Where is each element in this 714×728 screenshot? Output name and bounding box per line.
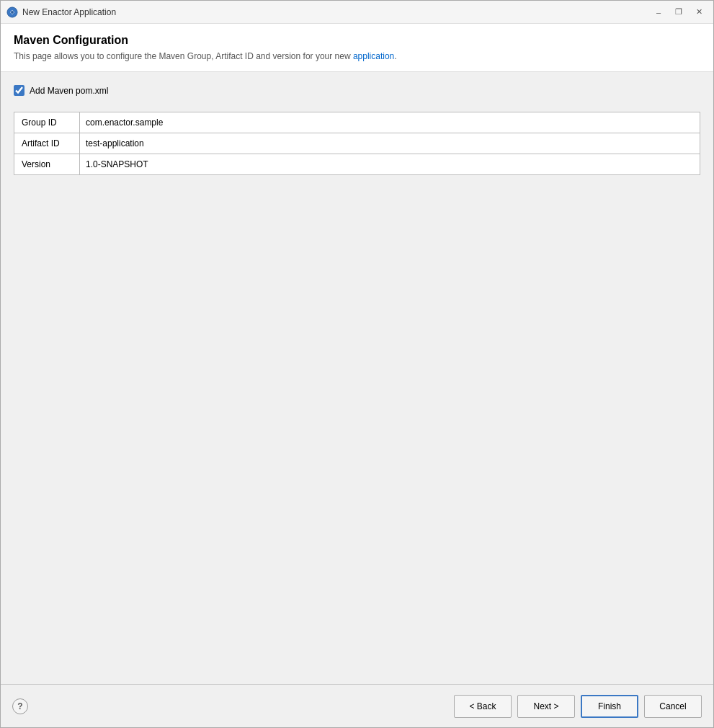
help-button[interactable]: ? [12,698,28,714]
description-link[interactable]: application [353,51,394,61]
content-area: Maven Configuration This page allows you… [1,24,713,684]
description-text-part1: This page allows you to configure the Ma… [14,51,353,61]
footer-buttons: < Back Next > Finish Cancel [454,695,702,718]
window-title: New Enactor Application [22,7,650,17]
close-button[interactable]: ✕ [690,5,708,19]
add-maven-checkbox[interactable] [14,85,24,96]
artifact-id-row: Artifact ID [14,133,700,154]
artifact-id-label: Artifact ID [14,134,79,153]
page-title: Maven Configuration [14,34,700,47]
add-maven-row: Add Maven pom.xml [14,85,700,96]
enactor-icon [6,6,18,18]
description-text-part2: . [394,51,396,61]
version-row: Version [14,154,700,175]
page-body: Add Maven pom.xml Group ID Artifact ID V… [1,72,713,684]
restore-button[interactable]: ❐ [670,5,687,19]
version-input[interactable] [79,154,700,174]
title-bar: New Enactor Application – ❐ ✕ [1,1,713,24]
back-button[interactable]: < Back [454,695,512,718]
group-id-row: Group ID [14,112,700,133]
page-header: Maven Configuration This page allows you… [1,24,713,72]
maven-form: Group ID Artifact ID Version [14,112,700,175]
artifact-id-input[interactable] [79,133,700,154]
next-button[interactable]: Next > [517,695,575,718]
svg-point-1 [11,11,14,14]
minimize-button[interactable]: – [650,5,667,19]
group-id-input[interactable] [79,112,700,133]
help-section: ? [12,698,454,714]
page-description: This page allows you to configure the Ma… [14,51,700,61]
cancel-button[interactable]: Cancel [644,695,702,718]
dialog-footer: ? < Back Next > Finish Cancel [1,684,713,727]
group-id-label: Group ID [14,113,79,132]
window-controls: – ❐ ✕ [650,5,708,19]
dialog-window: New Enactor Application – ❐ ✕ Maven Conf… [0,0,714,728]
add-maven-label[interactable]: Add Maven pom.xml [30,86,108,96]
version-label: Version [14,155,79,174]
finish-button[interactable]: Finish [581,695,638,718]
